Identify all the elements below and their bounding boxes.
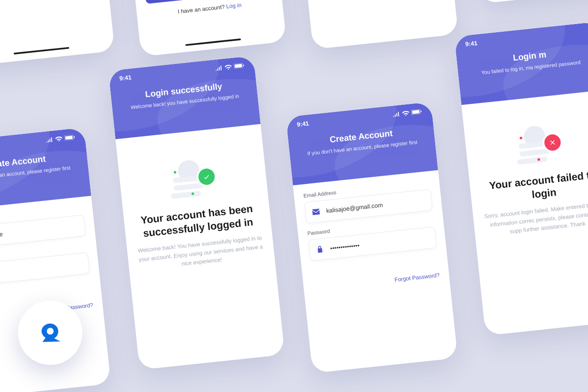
- email-input[interactable]: [0, 222, 79, 240]
- svg-rect-2: [74, 136, 75, 138]
- x-icon: [548, 138, 557, 147]
- success-subtitle-2: Welcome back! You have successfully logg…: [137, 234, 264, 273]
- battery-icon: [233, 63, 244, 69]
- svg-rect-1: [65, 136, 73, 140]
- lock-icon: [315, 245, 324, 254]
- check-icon: [202, 173, 211, 181]
- svg-rect-7: [412, 110, 420, 114]
- home-indicator: [185, 39, 241, 46]
- wifi-icon: [55, 136, 63, 142]
- mail-icon: [311, 207, 321, 216]
- status-icons: [46, 134, 75, 143]
- password-input-2[interactable]: [330, 234, 429, 252]
- signal-icon: [215, 65, 223, 71]
- password-input[interactable]: [0, 260, 83, 277]
- svg-point-9: [47, 328, 54, 334]
- brand-logo: [18, 301, 82, 365]
- svg-rect-5: [243, 64, 244, 66]
- fail-title-2: Your account failed to login: [480, 167, 588, 207]
- login-link[interactable]: Log in: [226, 2, 242, 10]
- battery-icon: [64, 134, 75, 140]
- status-icons: [393, 109, 422, 117]
- svg-rect-8: [421, 110, 421, 112]
- battery-icon: [411, 109, 422, 115]
- status-bar-time: 9:41: [119, 74, 132, 82]
- wifi-icon: [402, 110, 409, 116]
- status-bar-time: 9:41: [465, 40, 478, 48]
- home-indicator: [14, 47, 70, 55]
- already-have-account: I have an account? Log in: [147, 0, 272, 18]
- success-title-2: Your account has been successfully logge…: [133, 201, 261, 241]
- wifi-icon: [224, 64, 232, 70]
- fail-subtitle-2: Sorry, account login failed. Make entere…: [483, 200, 588, 239]
- signal-icon: [393, 111, 400, 117]
- email-input-2[interactable]: [326, 197, 425, 214]
- signal-icon: [46, 137, 54, 143]
- status-icons: [215, 63, 244, 71]
- status-bar-time: 9:41: [297, 120, 309, 128]
- svg-rect-4: [234, 64, 242, 68]
